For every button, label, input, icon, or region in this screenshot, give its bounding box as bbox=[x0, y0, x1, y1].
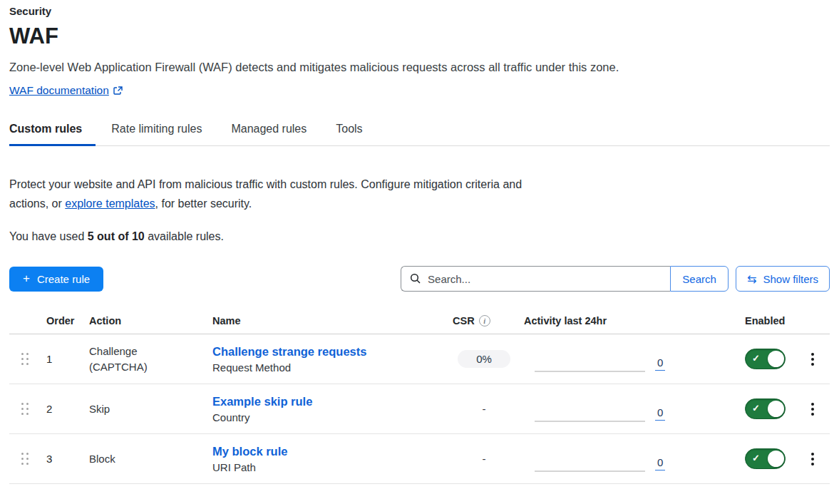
enabled-toggle[interactable]: ✓ bbox=[745, 398, 786, 419]
waf-page: Security WAF Zone-level Web Application … bbox=[0, 0, 839, 484]
tab-custom-rules[interactable]: Custom rules bbox=[9, 117, 83, 145]
tab-managed-rules[interactable]: Managed rules bbox=[231, 117, 308, 145]
row-menu-kebab-icon[interactable] bbox=[808, 350, 818, 369]
show-filters-label: Show filters bbox=[763, 273, 818, 285]
row1-order: 1 bbox=[46, 353, 89, 365]
activity-sparkline bbox=[535, 470, 645, 472]
row3-action: Block bbox=[89, 451, 168, 467]
row2-action: Skip bbox=[89, 401, 168, 417]
row2-activity-cell: 0 bbox=[524, 406, 745, 433]
row1-csr-cell: 0% bbox=[453, 350, 524, 368]
custom-rules-table: Order Action Name CSR i Activity last 24… bbox=[9, 311, 830, 484]
row3-name-cell: My block rule URI Path bbox=[212, 445, 453, 473]
intro-text-after: , for better security. bbox=[155, 197, 252, 210]
usage-prefix: You have used bbox=[9, 230, 88, 242]
rule-expression: Request Method bbox=[212, 361, 453, 374]
row1-activity-cell: 0 bbox=[524, 356, 745, 384]
enabled-toggle[interactable]: ✓ bbox=[745, 349, 786, 369]
row3-handle-cell bbox=[9, 453, 46, 465]
row-menu-kebab-icon[interactable] bbox=[808, 450, 818, 468]
header-name: Name bbox=[212, 315, 453, 326]
toggle-check-icon: ✓ bbox=[752, 353, 760, 364]
table-row: 1 Challenge (CAPTCHA) Challenge strange … bbox=[9, 334, 830, 384]
drag-handle-icon[interactable] bbox=[21, 353, 29, 365]
row3-menu-cell bbox=[808, 450, 839, 468]
row2-order: 2 bbox=[46, 403, 89, 415]
activity-sparkline bbox=[535, 421, 645, 422]
search-icon bbox=[410, 273, 421, 284]
toggle-check-icon: ✓ bbox=[752, 403, 760, 413]
create-rule-button[interactable]: + Create rule bbox=[9, 267, 103, 292]
rule-name-link[interactable]: My block rule bbox=[212, 445, 287, 458]
table-header-row: Order Action Name CSR i Activity last 24… bbox=[9, 311, 830, 334]
table-row: 3 Block My block rule URI Path - 0 ✓ bbox=[9, 434, 830, 484]
row1-name-cell: Challenge strange requests Request Metho… bbox=[212, 345, 453, 374]
search-button[interactable]: Search bbox=[670, 266, 729, 292]
activity-sparkline bbox=[535, 371, 645, 372]
csr-badge: 0% bbox=[458, 350, 510, 368]
header-action: Action bbox=[89, 315, 212, 326]
usage-summary: You have used 5 out of 10 available rule… bbox=[9, 230, 830, 243]
rules-toolbar: + Create rule Search ⇆ Show filters bbox=[9, 266, 830, 292]
header-csr-label: CSR bbox=[453, 315, 475, 326]
plus-icon: + bbox=[23, 272, 30, 286]
row2-menu-cell bbox=[808, 400, 839, 418]
row1-handle-cell bbox=[9, 353, 46, 365]
rule-expression: Country bbox=[212, 411, 453, 423]
row3-order: 3 bbox=[46, 453, 89, 465]
toggle-knob bbox=[768, 351, 784, 367]
rule-name-link[interactable]: Challenge strange requests bbox=[212, 345, 366, 359]
header-activity: Activity last 24hr bbox=[524, 315, 745, 326]
row3-activity-cell: 0 bbox=[524, 456, 745, 483]
tab-rate-limiting-rules[interactable]: Rate limiting rules bbox=[111, 117, 203, 145]
page-description: Zone-level Web Application Firewall (WAF… bbox=[9, 61, 830, 74]
drag-handle-icon[interactable] bbox=[21, 453, 29, 465]
activity-count-link[interactable]: 0 bbox=[655, 456, 665, 470]
header-enabled: Enabled bbox=[745, 315, 808, 326]
row2-name-cell: Example skip rule Country bbox=[212, 395, 453, 423]
drag-handle-icon[interactable] bbox=[21, 403, 29, 415]
filters-swap-icon: ⇆ bbox=[747, 272, 756, 286]
rule-name-link[interactable]: Example skip rule bbox=[212, 395, 312, 408]
external-link-icon bbox=[113, 86, 123, 96]
toggle-check-icon: ✓ bbox=[752, 453, 760, 463]
row1-action: Challenge (CAPTCHA) bbox=[89, 344, 168, 375]
row2-handle-cell bbox=[9, 403, 46, 415]
toggle-knob bbox=[768, 451, 784, 467]
usage-suffix: available rules. bbox=[145, 230, 224, 242]
row2-enabled-cell: ✓ bbox=[745, 398, 808, 419]
doc-link-row: WAF documentation bbox=[9, 84, 830, 97]
header-order: Order bbox=[46, 315, 89, 326]
activity-count-link[interactable]: 0 bbox=[655, 406, 665, 421]
row1-menu-cell bbox=[808, 350, 839, 369]
row3-enabled-cell: ✓ bbox=[745, 448, 808, 469]
tab-bar: Custom rules Rate limiting rules Managed… bbox=[9, 117, 830, 146]
enabled-toggle[interactable]: ✓ bbox=[745, 448, 786, 469]
create-rule-label: Create rule bbox=[37, 273, 90, 285]
tab-tools[interactable]: Tools bbox=[336, 117, 364, 145]
breadcrumb-security: Security bbox=[9, 0, 830, 17]
search-box bbox=[401, 266, 670, 292]
toggle-knob bbox=[768, 401, 784, 417]
rule-expression: URI Path bbox=[212, 461, 453, 473]
row1-enabled-cell: ✓ bbox=[745, 349, 808, 369]
row-menu-kebab-icon[interactable] bbox=[808, 400, 818, 418]
search-input[interactable] bbox=[428, 273, 662, 285]
activity-count-link[interactable]: 0 bbox=[655, 356, 665, 371]
row2-csr-cell: - bbox=[453, 403, 524, 415]
page-title: WAF bbox=[9, 24, 830, 49]
usage-count: 5 out of 10 bbox=[88, 230, 145, 242]
show-filters-button[interactable]: ⇆ Show filters bbox=[736, 266, 830, 292]
toolbar-right: Search ⇆ Show filters bbox=[401, 266, 830, 292]
header-csr: CSR i bbox=[453, 315, 524, 326]
table-row: 2 Skip Example skip rule Country - 0 ✓ bbox=[9, 384, 830, 434]
waf-documentation-link[interactable]: WAF documentation bbox=[9, 84, 109, 97]
csr-info-icon[interactable]: i bbox=[479, 315, 490, 326]
intro-text: Protect your website and API from malici… bbox=[9, 175, 535, 213]
explore-templates-link[interactable]: explore templates bbox=[65, 197, 155, 210]
row3-csr-cell: - bbox=[453, 453, 524, 465]
